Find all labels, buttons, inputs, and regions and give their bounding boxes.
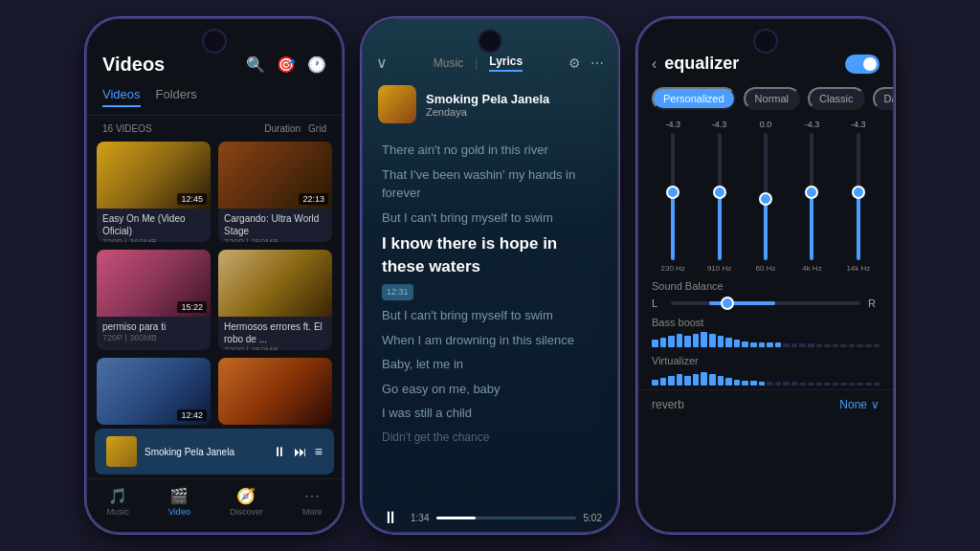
slider-fill: [857, 197, 860, 261]
balance-thumb[interactable]: [721, 297, 734, 310]
boost-bar: [808, 383, 814, 386]
slider-thumb[interactable]: [852, 186, 865, 199]
reverb-row: reverb None ∨: [638, 389, 893, 419]
boost-bar: [833, 383, 839, 386]
more-icon[interactable]: ⋯: [590, 55, 604, 71]
duration-badge: 12:42: [177, 409, 207, 421]
reverb-value[interactable]: None ∨: [839, 398, 880, 411]
eq-title: equalizer: [664, 54, 837, 74]
slider-track[interactable]: [857, 133, 860, 260]
slider-thumb[interactable]: [666, 186, 679, 199]
preset-dance[interactable]: Dance: [873, 87, 894, 110]
nav-video[interactable]: 🎬 Video: [168, 487, 190, 517]
pause-icon[interactable]: ⏸: [273, 444, 286, 459]
back-icon[interactable]: ‹: [652, 55, 657, 73]
bass-boost-label: Bass boost: [652, 317, 880, 328]
boost-bar: [865, 383, 872, 386]
slider-track[interactable]: [718, 133, 722, 260]
target-icon[interactable]: 🎯: [277, 55, 296, 74]
lyric-line: I was still a child: [382, 404, 598, 423]
boost-bar: [783, 343, 790, 347]
video-card[interactable]: Hermosos errores ft. El robo de ... 720P…: [218, 250, 332, 350]
balance-track[interactable]: [671, 301, 860, 305]
video-card[interactable]: [218, 358, 332, 425]
phones-container: Videos 🔍 🎯 🕐 Videos Folders 16 VIDEOS Du…: [76, 8, 904, 543]
tab-folders[interactable]: Folders: [156, 87, 197, 107]
boost-bar: [767, 382, 773, 386]
slider-thumb[interactable]: [805, 186, 818, 199]
lyric-line: When I am drowning in this silence: [382, 331, 598, 350]
lyric-line: But I can't bring myself to swim: [382, 209, 598, 228]
lyric-line: But I can't bring myself to swim: [382, 306, 598, 325]
progress-fill: [436, 517, 476, 519]
preset-classic[interactable]: Classic: [808, 87, 864, 110]
history-icon[interactable]: 🕐: [307, 55, 326, 74]
chevron-down-icon: ∨: [871, 398, 880, 411]
boost-bar: [808, 343, 814, 347]
right-label: R: [868, 298, 880, 309]
slider-thumb[interactable]: [713, 186, 726, 199]
preset-personalized[interactable]: Personalized: [652, 87, 736, 110]
video-card[interactable]: 12:42: [97, 358, 211, 425]
slider-track[interactable]: [671, 133, 675, 260]
boost-bar: [849, 383, 856, 386]
thumbnail: [218, 250, 332, 317]
video-tabs: Videos Folders: [87, 83, 342, 116]
down-arrow-icon[interactable]: ∨: [376, 54, 388, 72]
next-icon[interactable]: ⏭: [294, 444, 307, 459]
nav-music[interactable]: 🎵 Music: [107, 487, 130, 517]
preset-normal[interactable]: Normal: [744, 87, 800, 110]
now-playing-bar[interactable]: Smoking Pela Janela ⏸ ⏭ ≡: [95, 429, 334, 474]
balance-fill: [709, 301, 775, 305]
view-label[interactable]: Grid: [308, 123, 326, 134]
boost-bar: [775, 342, 782, 347]
tab-videos[interactable]: Videos: [102, 87, 141, 107]
slider-thumb[interactable]: [759, 192, 772, 206]
song-name: Smoking Pela Janela: [426, 92, 602, 106]
lyric-line-active: I know there is hope in these waters: [382, 232, 598, 278]
boost-bar: [874, 344, 880, 347]
playlist-icon[interactable]: ≡: [315, 444, 323, 459]
bass-boost-bars: [652, 332, 880, 347]
db-label: -4.3: [851, 120, 866, 129]
boost-bar: [677, 374, 683, 386]
tab-lyrics[interactable]: Lyrics: [489, 55, 523, 72]
song-text: Smoking Pela Janela Zendaya: [426, 92, 602, 118]
sort-label[interactable]: Duration: [264, 123, 301, 134]
slider-track[interactable]: [810, 133, 813, 260]
equalizer-icon[interactable]: ⚙: [568, 55, 581, 71]
video-card[interactable]: 15:22 permiso para ti 720P | 360MB: [97, 250, 211, 350]
equalizer-screen: ‹ equalizer Personalized Normal Classic …: [638, 19, 893, 532]
virtualizer-bars: [652, 370, 880, 386]
video-card[interactable]: 22:13 Cargando: Ultra World Stage 720P |…: [218, 142, 332, 242]
nav-video-label: Video: [168, 507, 190, 517]
nav-more[interactable]: ⋯ More: [302, 487, 323, 517]
slider-fill: [764, 203, 768, 260]
boost-bar: [652, 380, 658, 386]
search-icon[interactable]: 🔍: [246, 55, 265, 74]
video-card[interactable]: 12:45 Easy On Me (Video Oficial) 720P | …: [97, 142, 211, 242]
db-label: -4.3: [665, 120, 680, 129]
progress-bar[interactable]: [436, 517, 575, 519]
boost-bar: [750, 342, 757, 347]
db-label: -4.3: [712, 120, 727, 129]
eq-band-230hz: -4.3 230 Hz: [652, 120, 694, 273]
boost-bar: [668, 336, 675, 347]
video-title: Easy On Me (Video Oficial): [102, 212, 205, 237]
slider-fill: [718, 197, 722, 261]
current-time: 1:34: [411, 513, 429, 523]
boost-bar: [677, 334, 683, 347]
boost-bar: [759, 382, 766, 386]
boost-bar: [849, 344, 856, 347]
tab-music[interactable]: Music: [434, 56, 463, 70]
pause-button[interactable]: ⏸: [378, 508, 403, 528]
nav-discover[interactable]: 🧭 Discover: [230, 487, 263, 517]
db-label: -4.3: [805, 120, 820, 129]
boost-bar: [816, 383, 823, 386]
boost-bar: [701, 332, 707, 347]
slider-track[interactable]: [764, 133, 768, 260]
reverb-value-text: None: [839, 398, 867, 411]
eq-toggle[interactable]: [845, 55, 880, 74]
boost-bar: [725, 338, 732, 347]
lyric-line-faded: Didn't get the chance: [382, 429, 598, 446]
